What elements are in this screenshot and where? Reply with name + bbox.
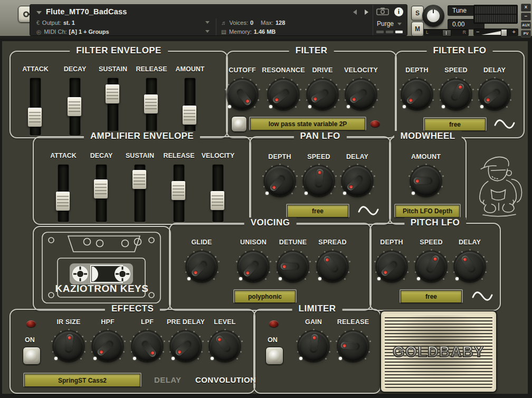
- filter-on-button[interactable]: [231, 116, 247, 132]
- pan-handle[interactable]: [442, 30, 451, 36]
- slider-attack[interactable]: ATTACK: [13, 65, 58, 136]
- knob-speed[interactable]: SPEED: [434, 67, 478, 109]
- knob-dial[interactable]: [132, 331, 162, 361]
- slider-sustain[interactable]: SUSTAIN: [118, 152, 162, 222]
- purge-caret[interactable]: [397, 23, 402, 25]
- knob-dial[interactable]: [171, 331, 201, 361]
- knob-drive[interactable]: DRIVE: [300, 67, 345, 109]
- slider-track[interactable]: [146, 78, 157, 136]
- slider-handle[interactable]: [211, 191, 224, 210]
- tab-convolution[interactable]: CONVOLUTION: [195, 375, 256, 384]
- pv-button[interactable]: PV: [521, 30, 531, 37]
- snapshot-camera-icon[interactable]: [376, 7, 389, 15]
- effects-ir-dropdown[interactable]: SpringST Cass2: [23, 373, 141, 387]
- knob-dial[interactable]: [269, 80, 298, 109]
- knob-cutoff[interactable]: CUTOFF: [220, 67, 264, 109]
- info-icon[interactable]: i: [394, 7, 403, 16]
- knob-dial[interactable]: [93, 331, 122, 361]
- knob-dial[interactable]: [304, 166, 334, 196]
- knob-spread[interactable]: SPREAD: [310, 239, 355, 281]
- slider-handle[interactable]: [56, 192, 70, 211]
- slider-track[interactable]: [107, 78, 119, 136]
- slider-track[interactable]: [173, 164, 185, 222]
- knob-dial[interactable]: [278, 252, 308, 281]
- midi-dropdown-caret[interactable]: [205, 30, 210, 33]
- slider-track[interactable]: [134, 164, 146, 222]
- limiter-on-button[interactable]: [265, 347, 283, 365]
- preset-title[interactable]: Flute_MT70_BadCass: [46, 7, 127, 16]
- knob-dial[interactable]: [227, 80, 257, 109]
- knob-velocity[interactable]: VELOCITY: [339, 67, 383, 109]
- knob-lpf[interactable]: LPF: [125, 318, 169, 361]
- mute-button[interactable]: M: [411, 22, 424, 36]
- knob-ir-size[interactable]: IR SIZE: [46, 318, 91, 361]
- close-icon[interactable]: ×: [521, 4, 531, 12]
- tab-delay[interactable]: DELAY: [154, 375, 181, 384]
- slider-track[interactable]: [69, 78, 81, 136]
- minimize-icon[interactable]: −: [521, 13, 531, 21]
- slider-release[interactable]: RELEASE: [129, 65, 174, 136]
- voicing-mode-dropdown[interactable]: polyphonic: [233, 289, 297, 303]
- pan-slider[interactable]: L R: [423, 29, 469, 36]
- slider-track[interactable]: [96, 164, 107, 222]
- slider-handle[interactable]: [28, 108, 42, 127]
- knob-gain[interactable]: GAIN: [291, 318, 336, 361]
- knob-dial[interactable]: [210, 331, 240, 361]
- volume-plus[interactable]: +: [512, 29, 516, 35]
- filter-type-dropdown[interactable]: low pass state variable 2P: [249, 117, 366, 130]
- knob-dial[interactable]: [441, 80, 471, 109]
- knob-depth[interactable]: DEPTH: [369, 239, 414, 281]
- knob-dial[interactable]: [239, 252, 268, 281]
- output-dropdown-caret[interactable]: [205, 21, 210, 24]
- knob-dial[interactable]: [54, 331, 83, 361]
- knob-dial[interactable]: [402, 80, 432, 109]
- knob-unison[interactable]: UNISON: [231, 239, 276, 281]
- effects-on-button[interactable]: [23, 347, 41, 365]
- knob-dial[interactable]: [377, 252, 406, 281]
- knob-dial[interactable]: [343, 166, 372, 196]
- instrument-collapse-caret[interactable]: [36, 11, 42, 14]
- slider-handle[interactable]: [172, 181, 185, 200]
- knob-dial[interactable]: [480, 80, 509, 109]
- purge-menu[interactable]: Purge: [377, 20, 394, 27]
- slider-release[interactable]: RELEASE: [157, 152, 201, 222]
- slider-handle[interactable]: [106, 84, 119, 103]
- slider-handle[interactable]: [183, 106, 196, 125]
- slider-decay[interactable]: DECAY: [79, 152, 124, 222]
- slider-sustain[interactable]: SUSTAIN: [91, 65, 135, 136]
- pitch-lfo-sync-dropdown[interactable]: free: [400, 289, 463, 303]
- knob-detune[interactable]: DETUNE: [271, 239, 315, 281]
- knob-glide[interactable]: GLIDE: [179, 239, 224, 281]
- knob-resonance[interactable]: RESONANCE: [261, 67, 306, 109]
- knob-dial[interactable]: [411, 166, 441, 196]
- aux-button[interactable]: AUX: [521, 22, 531, 29]
- knob-depth[interactable]: DEPTH: [258, 153, 302, 196]
- midi-row[interactable]: ◎MIDI Ch:[A] 1 + Groups: [36, 29, 109, 35]
- slider-handle[interactable]: [94, 179, 108, 198]
- knob-level[interactable]: LEVEL: [203, 318, 247, 361]
- slider-amount[interactable]: AMOUNT: [168, 65, 212, 136]
- output-row[interactable]: €Output:st. 1: [36, 20, 75, 26]
- knob-speed[interactable]: SPEED: [409, 239, 453, 281]
- knob-dial[interactable]: [416, 252, 446, 281]
- knob-amount[interactable]: AMOUNT: [404, 153, 448, 196]
- knob-dial[interactable]: [338, 331, 368, 361]
- knob-delay[interactable]: DELAY: [472, 67, 517, 109]
- knob-hpf[interactable]: HPF: [86, 318, 130, 361]
- knob-dial[interactable]: [265, 166, 294, 196]
- knob-dial[interactable]: [346, 80, 376, 109]
- knob-delay[interactable]: DELAY: [335, 153, 379, 196]
- knob-delay[interactable]: DELAY: [448, 239, 492, 281]
- knob-dial[interactable]: [455, 252, 484, 281]
- slider-track[interactable]: [212, 164, 224, 222]
- knob-pre-delay[interactable]: PRE DELAY: [164, 318, 208, 361]
- tune-knob[interactable]: [422, 5, 444, 27]
- volume-minus[interactable]: −: [476, 29, 479, 35]
- knob-depth[interactable]: DEPTH: [395, 67, 439, 109]
- slider-track[interactable]: [184, 78, 196, 136]
- knob-dial[interactable]: [318, 252, 347, 281]
- knob-release[interactable]: RELEASE: [331, 318, 375, 361]
- prev-instrument-arrow[interactable]: [353, 10, 357, 15]
- knob-dial[interactable]: [308, 80, 337, 109]
- knob-dial[interactable]: [187, 252, 216, 281]
